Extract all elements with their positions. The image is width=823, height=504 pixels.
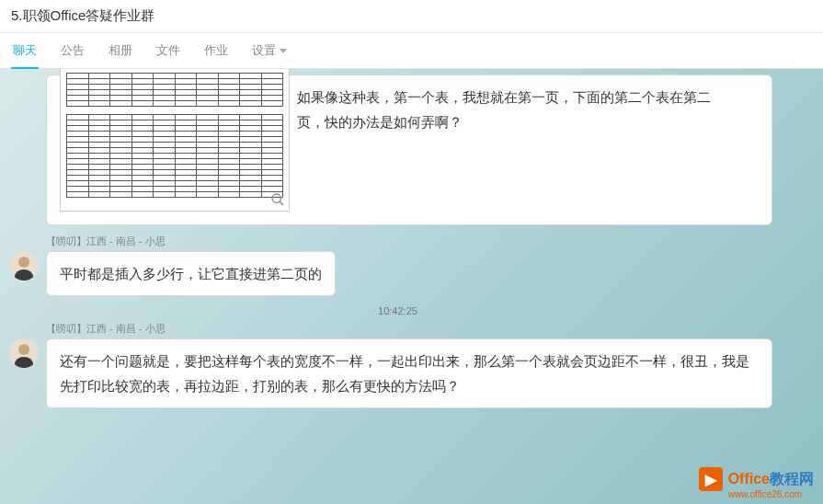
tab-announcement[interactable]: 公告 [59,33,86,68]
avatar[interactable] [9,338,39,368]
sender-tag: 【唠叨】 [46,323,86,334]
sender-location: 江西 - 南昌 - 小思 [86,235,166,246]
message-1: 如果像这种表，第一个表，我想就在第一页，下面的第二个表在第二 页，快的办法是如何… [9,74,786,225]
excel-table-preview-1 [66,73,283,107]
magnify-icon[interactable] [270,192,285,207]
sender-info: 【唠叨】江西 - 南昌 - 小思 [46,235,786,248]
message-bubble: 如果像这种表，第一个表，我想就在第一页，下面的第二个表在第二 页，快的办法是如何… [46,74,772,225]
watermark-logo-icon: ▶ [699,467,723,491]
svg-point-0 [272,194,280,202]
chevron-down-icon [280,49,287,53]
tab-files[interactable]: 文件 [154,33,182,68]
message-text-part2: 页，快的办法是如何弄啊？ [297,114,463,130]
sender-tag: 【唠叨】 [46,235,86,246]
svg-point-6 [18,344,29,355]
group-title: 5.职领Office答疑作业群 [0,0,823,33]
tab-settings[interactable]: 设置 [250,33,289,68]
svg-point-3 [18,257,29,268]
sender-info: 【唠叨】江西 - 南昌 - 小思 [46,322,786,336]
message-text: 平时都是插入多少行，让它直接进第二页的 [60,266,322,281]
message-2: 【唠叨】江西 - 南昌 - 小思 平时都是插入多少行，让它直接进第二页的 [9,235,786,296]
tab-homework[interactable]: 作业 [202,33,230,68]
watermark-brand: Office教程网 [728,470,814,489]
message-3: 【唠叨】江西 - 南昌 - 小思 还有一个问题就是，要把这样每个表的宽度不一样，… [9,322,786,408]
chat-area: 如果像这种表，第一个表，我想就在第一页，下面的第二个表在第二 页，快的办法是如何… [0,69,823,504]
message-bubble: 还有一个问题就是，要把这样每个表的宽度不一样，一起出印出来，那么第一个表就会页边… [46,338,772,408]
message-text: 还有一个问题就是，要把这样每个表的宽度不一样，一起出印出来，那么第一个表就会页边… [60,353,749,394]
tab-chat[interactable]: 聊天 [11,33,39,68]
message-bubble: 平时都是插入多少行，让它直接进第二页的 [46,251,336,296]
message-text-part1: 如果像这种表，第一个表，我想就在第一页，下面的第二个表在第二 [297,89,711,105]
settings-label: 设置 [252,42,276,59]
watermark: ▶ Office教程网 www.office26.com [699,467,814,499]
sender-location: 江西 - 南昌 - 小思 [86,323,166,334]
excel-table-preview-2 [66,114,283,198]
timestamp: 10:42:25 [9,305,786,316]
svg-line-1 [280,201,283,205]
image-attachment[interactable] [60,69,290,212]
tab-bar: 聊天 公告 相册 文件 作业 设置 [0,33,823,69]
avatar[interactable] [9,251,39,281]
tab-album[interactable]: 相册 [107,33,134,68]
watermark-url: www.office26.com [728,489,814,499]
